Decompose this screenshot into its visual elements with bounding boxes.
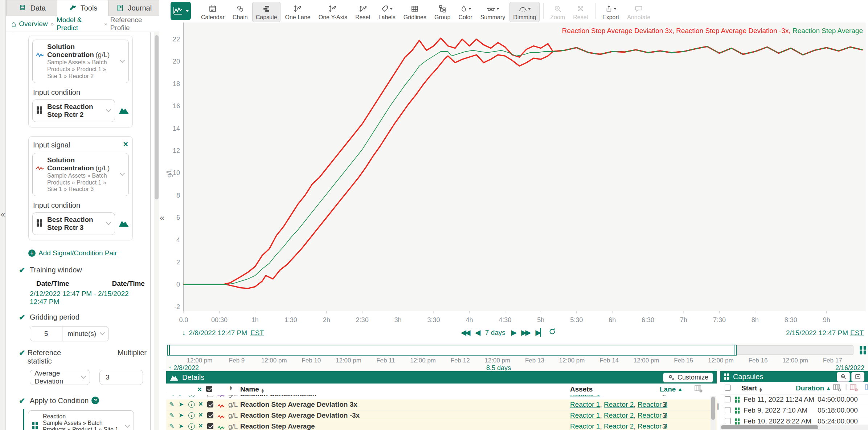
toolbar-button-color[interactable]: Color (455, 2, 476, 22)
timeline-selection[interactable] (167, 345, 737, 356)
preview-chart-button[interactable] (119, 106, 129, 116)
arrow-up-icon[interactable]: ↑ (168, 364, 172, 372)
edit-icon[interactable]: ✎ (169, 395, 174, 398)
table-row[interactable]: ✎ ➤ i × g/L Reaction Step Average Deviat… (166, 399, 717, 410)
toolbar-button-dimming[interactable]: Dimming (509, 2, 540, 22)
remove-all-icon[interactable]: × (197, 385, 202, 394)
step-to-end-icon[interactable]: ▶ (536, 328, 541, 337)
navigate-icon[interactable]: ➤ (179, 411, 184, 419)
collapse-panel-icon[interactable]: « (160, 213, 164, 223)
remove-pair-icon[interactable]: × (123, 141, 128, 149)
toolbar-button-reset-axis[interactable]: Reset (352, 2, 374, 22)
help-icon[interactable]: ? (91, 397, 99, 404)
panel-divider[interactable]: ∥ (717, 371, 720, 430)
asset-link[interactable]: Reactor 1 (570, 422, 600, 430)
add-signal-column-icon[interactable] (865, 384, 868, 394)
step-back-icon[interactable]: ◀ (475, 328, 479, 337)
chart-canvas[interactable]: 2220181614121086420-20.000:301h1:302h2:3… (166, 23, 868, 326)
asset-link[interactable]: Reactor 2 (604, 401, 634, 408)
toolbar-button-annotate[interactable]: Annotate (623, 2, 654, 22)
navigate-icon[interactable]: ➤ (179, 401, 184, 408)
edit-icon[interactable]: ✎ (169, 422, 174, 430)
toolbar-button-one-lane[interactable]: One Lane (281, 2, 314, 22)
duration-column-header[interactable]: Duration ▲ (796, 384, 831, 392)
navigate-icon[interactable]: ➤ (179, 395, 184, 398)
name-column-header[interactable]: Name▲▼ (240, 385, 265, 393)
home-icon[interactable]: ⌂ (11, 19, 16, 29)
toolbar-button-one-y-axis[interactable]: One Y-Axis (315, 2, 351, 22)
toolbar-button-zoom[interactable]: Zoom (546, 2, 569, 22)
toolbar-button-calendar[interactable]: Calendar (197, 2, 228, 22)
multiplier-input[interactable] (99, 370, 143, 385)
tab-data[interactable]: Data (6, 0, 57, 16)
info-icon[interactable]: i (188, 401, 195, 408)
timezone-link[interactable]: EST (850, 329, 864, 337)
arrow-down-icon[interactable]: ↓ (182, 329, 186, 337)
info-icon[interactable]: i (188, 395, 195, 397)
toolbar-button-chain[interactable]: Chain (229, 2, 251, 22)
toolbar-button-labels[interactable]: Labels (375, 2, 399, 22)
gridding-value-input[interactable] (30, 326, 62, 341)
capsules-scrollbar[interactable] (720, 425, 868, 430)
row-checkbox[interactable] (725, 396, 731, 402)
row-checkbox[interactable] (207, 401, 213, 407)
start-column-header[interactable]: Start▲▼ (741, 384, 762, 392)
apply-condition-select[interactable]: Reaction Sample Assets » Batch Products … (28, 410, 134, 430)
step-back-fast-icon[interactable]: ◀◀ (461, 328, 469, 337)
table-row[interactable]: ✎ ➤ i × g/L Reaction Step Average Deviat… (166, 410, 717, 421)
remove-icon[interactable]: × (198, 422, 203, 430)
input-signal-select-2[interactable]: Solution Concentration (g/L) Sample Asse… (32, 153, 129, 196)
gridding-unit-select[interactable]: minute(s) (62, 326, 109, 341)
step-forward-fast-icon[interactable]: ▶▶ (521, 328, 529, 337)
selection-right-handle[interactable] (734, 345, 737, 356)
remove-icon[interactable]: × (198, 395, 203, 398)
add-signal-condition-pair-link[interactable]: Add Signal/Condition Pair (38, 249, 117, 257)
remove-icon[interactable]: × (198, 400, 203, 408)
info-icon[interactable]: i (188, 423, 195, 430)
tab-tools[interactable]: Tools (57, 0, 108, 16)
training-start-value[interactable]: 2/12/2022 12:47 PM (30, 290, 92, 297)
tab-journal[interactable]: Journal (108, 0, 159, 16)
breadcrumb-overview[interactable]: Overview (19, 20, 48, 28)
reference-statistic-select[interactable]: Average Deviation (30, 370, 90, 385)
row-checkbox[interactable] (725, 418, 731, 424)
toolbar-button-group[interactable]: Group (431, 2, 454, 22)
display-start-date[interactable]: 2/8/2022 12:47 PM (189, 329, 247, 337)
timezone-link[interactable]: EST (250, 329, 264, 337)
asset-link[interactable]: Reactor 1 (570, 395, 600, 398)
duration-range-label[interactable]: 7 days (485, 329, 505, 337)
collapse-panel-button[interactable] (851, 372, 864, 382)
step-forward-icon[interactable]: ▶ (511, 328, 516, 337)
edit-icon[interactable]: ✎ (169, 411, 174, 419)
asset-link[interactable]: Reactor 1 (570, 411, 600, 419)
preview-chart-button[interactable] (119, 219, 129, 229)
sort-icon[interactable]: ▲▼ (229, 385, 233, 390)
select-all-checkbox[interactable] (725, 385, 731, 391)
assets-column-header[interactable]: Assets (570, 385, 593, 393)
edit-icon[interactable]: ✎ (169, 401, 174, 408)
toolbar-button-reset-zoom[interactable]: Reset (569, 2, 592, 22)
add-column-icon[interactable] (694, 385, 703, 395)
collapse-left-icon[interactable]: « (1, 210, 5, 219)
timeline-track[interactable] (737, 345, 853, 355)
row-checkbox[interactable] (207, 412, 213, 418)
capsule-row[interactable]: Feb 9, 2022 7:10 AM 05:18:00.000 (720, 405, 868, 416)
tool-panel-scrollbar[interactable] (154, 32, 159, 430)
add-condition-column-icon[interactable] (849, 384, 858, 394)
timeline-start-date[interactable]: 2/8/2022 (173, 364, 199, 372)
capsule-time-icon[interactable] (859, 345, 867, 356)
selection-left-handle[interactable] (167, 345, 170, 356)
info-icon[interactable]: i (188, 412, 195, 419)
customize-button[interactable]: Customize (663, 373, 713, 382)
display-end-date[interactable]: 2/15/2022 12:47 PM (786, 329, 848, 337)
table-row[interactable]: ✎ ➤ i × g/L Solution Concentration React… (166, 395, 717, 399)
refresh-icon[interactable] (548, 328, 556, 337)
zoom-to-capsule-button[interactable] (837, 372, 850, 382)
details-scrollbar[interactable] (711, 396, 716, 430)
navigate-icon[interactable]: ➤ (179, 422, 184, 430)
toolbar-button-export[interactable]: Export (599, 2, 623, 22)
asset-link[interactable]: Reactor 1 (570, 401, 600, 408)
row-checkbox[interactable] (725, 407, 731, 413)
capsule-row[interactable]: Feb 11, 2022 11:24 AM 04:50:00.000 (720, 394, 868, 405)
remove-icon[interactable]: × (198, 411, 203, 419)
